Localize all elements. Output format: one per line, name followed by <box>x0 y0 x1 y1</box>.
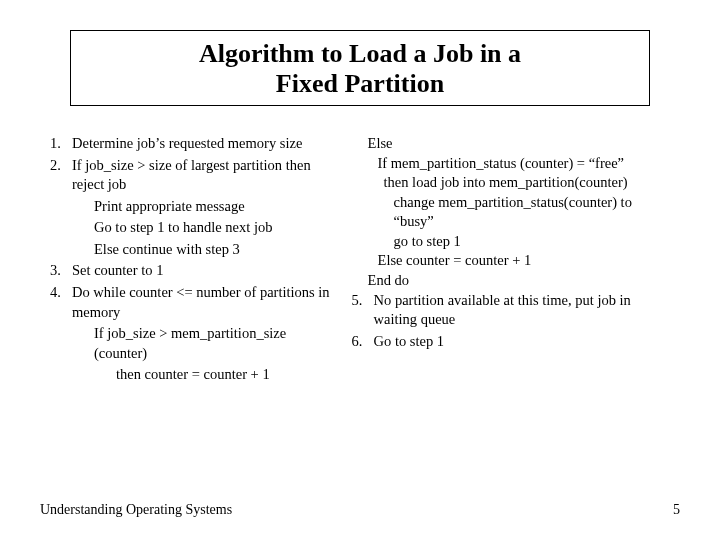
step-1: 1. Determine job’s requested memory size <box>50 134 340 154</box>
right-steps: 5. No partition available at this time, … <box>352 291 670 352</box>
step-4: 4. Do while counter <= number of partiti… <box>50 283 340 322</box>
step-2c: Else continue with step 3 <box>50 240 340 260</box>
step-2b-text: Go to step 1 to handle next job <box>72 218 340 238</box>
right-column: Else If mem_partition_status (counter) =… <box>352 134 670 387</box>
step-4b: then counter = counter + 1 <box>50 365 340 385</box>
title-box: Algorithm to Load a Job in a Fixed Parti… <box>70 30 650 106</box>
r-if-free: If mem_partition_status (counter) = “fre… <box>352 154 670 174</box>
step-5-num: 5. <box>352 291 374 330</box>
left-column: 1. Determine job’s requested memory size… <box>50 134 340 387</box>
r-else-counter: Else counter = counter + 1 <box>352 251 670 271</box>
step-2b: Go to step 1 to handle next job <box>50 218 340 238</box>
r-then-load: then load job into mem_partition(counter… <box>352 173 670 193</box>
step-3: 3. Set counter to 1 <box>50 261 340 281</box>
title-line-1: Algorithm to Load a Job in a <box>71 39 649 69</box>
r-change-busy: change mem_partition_status(counter) to … <box>352 193 670 232</box>
step-6: 6. Go to step 1 <box>352 332 670 352</box>
step-3-text: Set counter to 1 <box>72 261 340 281</box>
step-5-text: No partition available at this time, put… <box>374 291 670 330</box>
footer-left: Understanding Operating Systems <box>40 502 232 518</box>
step-2a-text: Print appropriate message <box>72 197 340 217</box>
step-2a: Print appropriate message <box>50 197 340 217</box>
footer: Understanding Operating Systems 5 <box>40 502 680 518</box>
step-6-text: Go to step 1 <box>374 332 670 352</box>
step-4a-text: If job_size > mem_partition_size (counte… <box>72 324 340 363</box>
step-4a: If job_size > mem_partition_size (counte… <box>50 324 340 363</box>
title-line-2: Fixed Partition <box>71 69 649 99</box>
step-3-num: 3. <box>50 261 72 281</box>
step-1-num: 1. <box>50 134 72 154</box>
r-goto1: go to step 1 <box>352 232 670 252</box>
step-4b-text: then counter = counter + 1 <box>72 365 340 385</box>
r-enddo: End do <box>352 271 670 291</box>
step-4-text: Do while counter <= number of partitions… <box>72 283 340 322</box>
step-2-text: If job_size > size of largest partition … <box>72 156 340 195</box>
page-number: 5 <box>673 502 680 518</box>
step-6-num: 6. <box>352 332 374 352</box>
r-else: Else <box>352 134 670 154</box>
step-4-num: 4. <box>50 283 72 322</box>
left-steps: 1. Determine job’s requested memory size… <box>50 134 340 385</box>
step-2-num: 2. <box>50 156 72 195</box>
content-columns: 1. Determine job’s requested memory size… <box>50 134 670 387</box>
step-2c-text: Else continue with step 3 <box>72 240 340 260</box>
step-2: 2. If job_size > size of largest partiti… <box>50 156 340 195</box>
step-1-text: Determine job’s requested memory size <box>72 134 340 154</box>
step-5: 5. No partition available at this time, … <box>352 291 670 330</box>
